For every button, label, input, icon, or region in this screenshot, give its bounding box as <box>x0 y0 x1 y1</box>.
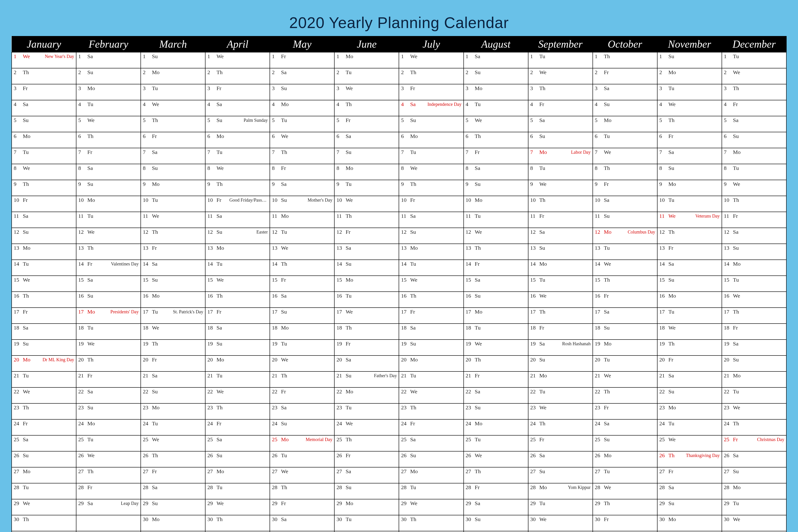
month-header: December <box>722 36 786 53</box>
day-abbr: We <box>152 325 159 331</box>
day-abbr: Mo <box>152 516 159 522</box>
day-number: 24 <box>207 420 215 426</box>
day-abbr: Tu <box>475 213 481 219</box>
day-abbr: Mo <box>216 245 224 251</box>
day-abbr: Sa <box>87 53 93 59</box>
day-number: 4 <box>272 101 280 108</box>
day-number: 1 <box>207 53 215 59</box>
day-cell: 12Th <box>657 228 722 244</box>
day-number: 24 <box>659 420 667 426</box>
day-abbr: We <box>152 436 159 442</box>
day-cell: 18Sa <box>399 324 463 340</box>
event-label: Easter <box>256 229 268 235</box>
day-number: 21 <box>143 373 151 379</box>
day-cell: 3Mo <box>464 84 528 100</box>
day-cell: 30We <box>528 515 593 531</box>
day-number: 3 <box>336 85 344 92</box>
day-cell: 25FrChristmas Day <box>722 435 786 451</box>
day-abbr: Sa <box>281 516 286 522</box>
day-cell: 29Su <box>141 499 205 515</box>
day-number: 9 <box>595 181 603 187</box>
day-abbr: Th <box>345 325 352 331</box>
day-number: 9 <box>530 181 538 187</box>
day-abbr: We <box>410 277 417 283</box>
day-cell: 17We <box>334 308 399 324</box>
day-number: 11 <box>466 213 473 219</box>
day-cell: 4Tu <box>464 100 528 116</box>
day-number: 24 <box>466 420 473 426</box>
day-number: 1 <box>272 53 280 59</box>
calendar-body: 1WeNew Year's Day1Sa1Su1We1Fr1Mo1We1Sa1T… <box>12 52 786 532</box>
day-row: 4Sa4Tu4We4Sa4Mo4Th4SaIndependence Day4Tu… <box>12 100 786 116</box>
day-number: 23 <box>401 404 409 411</box>
day-cell: 25Fr <box>528 435 593 451</box>
day-cell: 31Mo <box>464 531 528 532</box>
day-abbr: Tu <box>345 181 352 187</box>
day-number: 20 <box>659 357 667 363</box>
day-cell: 17Th <box>528 308 593 324</box>
day-abbr: Fr <box>152 133 157 139</box>
day-cell: 16Fr <box>593 292 657 308</box>
day-cell: 25Su <box>593 435 657 451</box>
day-abbr: Su <box>23 229 28 235</box>
day-cell <box>334 531 399 532</box>
day-number: 2 <box>14 69 21 75</box>
day-cell: 4We <box>657 100 722 116</box>
day-number: 22 <box>724 388 732 395</box>
day-number: 8 <box>143 165 151 171</box>
day-number: 20 <box>336 357 344 363</box>
day-number: 27 <box>466 468 473 475</box>
day-cell: 3Th <box>528 84 593 100</box>
day-number: 23 <box>207 404 215 411</box>
day-number: 14 <box>143 261 151 267</box>
day-cell: 14Su <box>334 260 399 276</box>
day-abbr: We <box>733 181 740 187</box>
day-number: 26 <box>143 452 151 459</box>
day-abbr: Tu <box>539 53 545 59</box>
day-number: 30 <box>336 516 344 522</box>
day-number: 21 <box>272 373 280 379</box>
day-cell: 6Th <box>464 132 528 148</box>
day-number: 6 <box>401 133 409 139</box>
day-cell: 13Mo <box>205 244 270 260</box>
day-abbr: We <box>475 452 482 458</box>
day-cell: 14Sa <box>657 260 722 276</box>
day-abbr: Th <box>668 117 674 123</box>
day-abbr: We <box>216 277 224 283</box>
day-abbr: Su <box>539 133 545 139</box>
day-abbr: Th <box>410 516 416 522</box>
day-number: 20 <box>272 357 280 363</box>
day-cell: 12Fr <box>334 228 399 244</box>
day-number: 12 <box>336 229 344 235</box>
day-number: 14 <box>272 261 280 267</box>
day-number: 22 <box>143 388 151 395</box>
day-cell: 21Mo <box>528 372 593 387</box>
day-abbr: Sa <box>87 500 93 506</box>
day-abbr: Mo <box>23 357 30 363</box>
day-cell: 17Mo <box>464 308 528 324</box>
day-number: 23 <box>272 404 280 411</box>
day-number: 4 <box>401 101 409 108</box>
day-cell: 4Mo <box>270 100 334 116</box>
day-abbr: Sa <box>152 261 157 267</box>
day-number: 2 <box>530 69 538 75</box>
day-cell: 23Su <box>464 403 528 419</box>
day-number: 7 <box>207 149 215 155</box>
day-abbr: Sa <box>345 133 351 139</box>
day-abbr: Tu <box>87 213 93 219</box>
day-cell: 4We <box>141 100 205 116</box>
day-cell: 11WeVeterans Day <box>657 212 722 228</box>
day-number: 12 <box>401 229 409 235</box>
day-abbr: Th <box>152 341 158 347</box>
day-number: 17 <box>14 309 21 315</box>
day-cell: 30Fr <box>593 515 657 531</box>
event-label: Leap Day <box>121 501 139 506</box>
day-number: 21 <box>530 373 538 379</box>
day-cell: 19Sa <box>722 340 786 356</box>
day-number: 12 <box>143 229 151 235</box>
day-number: 23 <box>530 404 538 411</box>
day-abbr: Th <box>216 404 223 411</box>
day-cell: 15Th <box>593 276 657 292</box>
day-abbr: Fr <box>281 53 286 59</box>
day-cell: 21SuFather's Day <box>334 372 399 387</box>
